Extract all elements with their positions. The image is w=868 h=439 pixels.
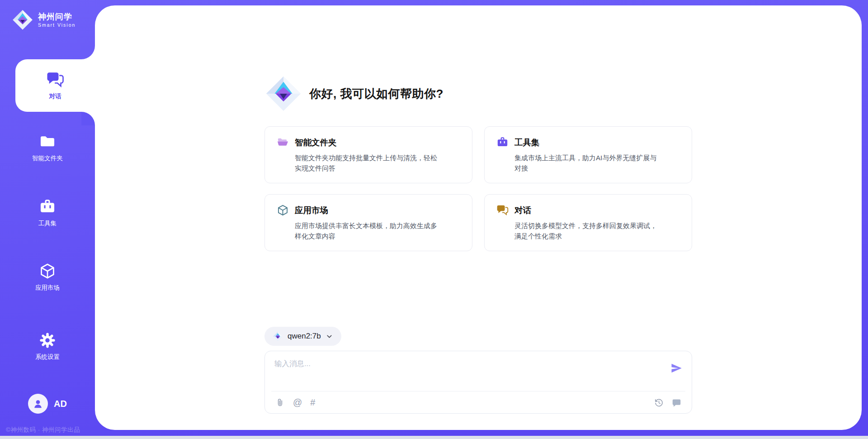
user-avatar-icon xyxy=(32,398,44,410)
toolbox-icon xyxy=(496,136,509,148)
user-account[interactable]: AD xyxy=(0,394,95,414)
paperclip-icon[interactable] xyxy=(275,398,285,407)
main-panel: 你好, 我可以如何帮助你? 智能文件夹 智能文件夹功能支持批量文件上传与清洗，轻… xyxy=(95,5,862,430)
chat-bubble-icon[interactable] xyxy=(672,398,681,407)
sidebar-item-label: 工具集 xyxy=(38,220,57,228)
sidebar-item-chat[interactable]: 对话 xyxy=(15,59,95,112)
chat-icon xyxy=(46,71,64,89)
history-icon[interactable] xyxy=(654,398,664,407)
card-title: 应用市场 xyxy=(295,205,328,216)
brand-name: 神州问学 xyxy=(38,12,75,22)
copyright: ©神州数码 · 神州问学出品 xyxy=(6,426,80,434)
card-description: 应用市场提供丰富长文本模板，助力高效生成多样化文章内容 xyxy=(295,220,438,241)
card-smart-folder[interactable]: 智能文件夹 智能文件夹功能支持批量文件上传与清洗，轻松实现文件问答 xyxy=(264,126,472,183)
greeting-diamond-logo-icon xyxy=(264,75,302,113)
sidebar-item-settings[interactable]: 系统设置 xyxy=(0,332,95,361)
sidebar-item-label: 对话 xyxy=(49,92,61,100)
greeting-title: 你好, 我可以如何帮助你? xyxy=(309,86,443,102)
card-title: 对话 xyxy=(514,205,531,216)
sidebar-item-label: 系统设置 xyxy=(35,353,60,361)
toolbox-icon xyxy=(39,198,56,215)
brand-diamond-logo-icon xyxy=(12,9,33,31)
send-icon[interactable] xyxy=(670,362,683,374)
composer-tools-right xyxy=(654,398,681,407)
chat-icon xyxy=(496,204,509,216)
model-selector[interactable]: qwen2:7b xyxy=(264,327,341,346)
sidebar: 神州问学 Smart Vision 对话 智能文件夹 工具集 应用市场 系统设置 xyxy=(0,0,95,439)
folder-icon xyxy=(39,133,56,150)
card-header: 工具集 xyxy=(496,136,680,148)
message-composer: @ # xyxy=(264,351,692,414)
card-app-market[interactable]: 应用市场 应用市场提供丰富长文本模板，助力高效生成多样化文章内容 xyxy=(264,194,472,251)
avatar xyxy=(28,394,48,414)
sidebar-item-smart-folder[interactable]: 智能文件夹 xyxy=(0,133,95,162)
card-description: 灵活切换多模型文件，支持多样回复效果调试，满足个性化需求 xyxy=(514,220,657,241)
cube-icon xyxy=(277,204,289,216)
card-title: 智能文件夹 xyxy=(295,137,337,148)
card-description: 集成市场上主流工具，助力AI与外界无缝扩展与对接 xyxy=(514,153,657,173)
composer-toolbar: @ # xyxy=(271,391,685,413)
chevron-down-icon xyxy=(326,333,333,340)
diamond-logo-icon xyxy=(273,331,283,342)
cube-icon xyxy=(39,262,56,280)
brand-subtitle: Smart Vision xyxy=(38,22,75,28)
content: 你好, 我可以如何帮助你? 智能文件夹 智能文件夹功能支持批量文件上传与清洗，轻… xyxy=(264,5,692,414)
horizontal-scrollbar[interactable] xyxy=(0,436,868,439)
card-toolset[interactable]: 工具集 集成市场上主流工具，助力AI与外界无缝扩展与对接 xyxy=(484,126,692,183)
active-tab-bottom-fillet xyxy=(81,112,95,125)
card-title: 工具集 xyxy=(514,137,540,148)
message-input[interactable] xyxy=(265,351,692,384)
model-name: qwen2:7b xyxy=(288,332,321,341)
brand[interactable]: 神州问学 Smart Vision xyxy=(12,9,75,31)
mention-icon[interactable]: @ xyxy=(293,398,302,407)
gear-icon xyxy=(39,332,56,349)
card-header: 对话 xyxy=(496,204,680,216)
sidebar-item-label: 应用市场 xyxy=(35,284,60,292)
card-chat[interactable]: 对话 灵活切换多模型文件，支持多样回复效果调试，满足个性化需求 xyxy=(484,194,692,251)
greeting: 你好, 我可以如何帮助你? xyxy=(264,75,692,113)
card-description: 智能文件夹功能支持批量文件上传与清洗，轻松实现文件问答 xyxy=(295,153,438,173)
card-header: 智能文件夹 xyxy=(277,136,460,148)
sidebar-item-label: 智能文件夹 xyxy=(32,154,63,162)
folder-icon xyxy=(277,136,289,148)
composer-tools-left: @ # xyxy=(275,398,315,407)
hash-icon[interactable]: # xyxy=(310,398,315,407)
feature-cards: 智能文件夹 智能文件夹功能支持批量文件上传与清洗，轻松实现文件问答 工具集 集成… xyxy=(264,126,692,251)
card-header: 应用市场 xyxy=(277,204,460,216)
user-name: AD xyxy=(54,399,67,409)
brand-text: 神州问学 Smart Vision xyxy=(38,12,75,28)
sidebar-item-toolset[interactable]: 工具集 xyxy=(0,198,95,228)
active-tab-top-fillet xyxy=(81,46,95,59)
sidebar-item-app-market[interactable]: 应用市场 xyxy=(0,262,95,292)
